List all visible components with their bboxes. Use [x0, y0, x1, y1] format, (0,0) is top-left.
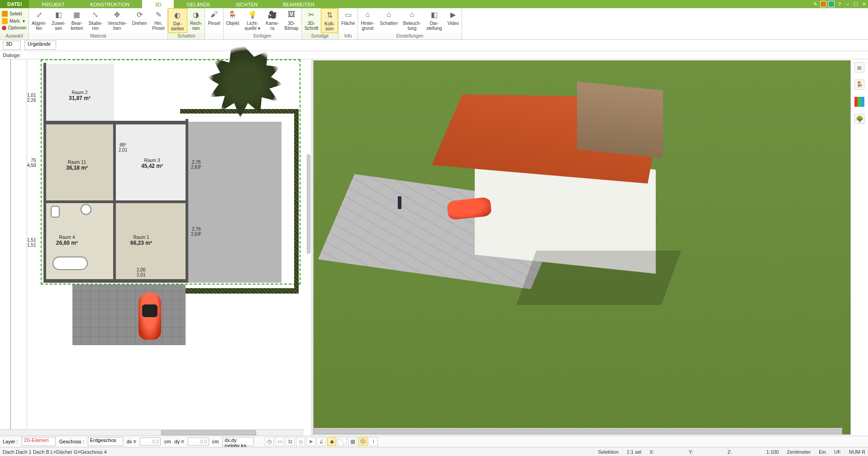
- menu-tab-datei[interactable]: DATEI: [0, 0, 29, 8]
- drehen-icon: ⟳: [134, 9, 145, 20]
- pen-icon[interactable]: ✎: [811, 0, 819, 8]
- kollision-button[interactable]: ⇅Kolli- sion: [321, 8, 338, 33]
- flaeche-button[interactable]: ▭Fläche: [339, 8, 358, 33]
- kollision-label: Kolli- sion: [324, 21, 334, 31]
- grid-dots-toggle[interactable]: ⋱: [338, 437, 347, 446]
- grid-toggle[interactable]: ▦: [348, 437, 357, 446]
- darstellung-button[interactable]: ◧Dar- stellung: [424, 8, 444, 33]
- overlap-toggle[interactable]: ⧉: [286, 437, 295, 446]
- verschieben-label: Verschie- ben: [108, 21, 127, 31]
- status-left: Dach Dach 1 Dach B L=Dächer G=Geschoss 4: [3, 449, 107, 455]
- window-buttons: ✎ ? – ☐ ✕: [811, 0, 868, 8]
- materials-icon[interactable]: [854, 97, 864, 107]
- menu-tab-konstruktion[interactable]: KONSTRUKTION: [77, 0, 142, 8]
- status-num: NUM R: [849, 449, 865, 455]
- terrain-select[interactable]: Urgelände: [24, 41, 56, 50]
- skalieren-button[interactable]: ⤡Skalie- ren: [86, 8, 105, 33]
- menu-tab-projekt[interactable]: PROJEKT: [29, 0, 77, 8]
- square-orange-icon[interactable]: [819, 0, 827, 8]
- menu-tab-3d[interactable]: 3D: [142, 0, 174, 8]
- beleuchtung-icon: ⌂: [406, 9, 417, 20]
- ribbon-group-auswahl: Selekt Mark.▾ Optionen Auswahl: [0, 8, 29, 39]
- kamera-button[interactable]: 🎥Kame- ra: [263, 8, 281, 33]
- 3d-view[interactable]: [313, 60, 851, 435]
- view-mode-select[interactable]: 3D: [3, 41, 21, 50]
- ribbon-group-label: Einfügen: [224, 33, 301, 39]
- video-button[interactable]: ▶Video: [445, 8, 462, 33]
- ribbon-group-label: Schatten: [168, 33, 205, 39]
- darstellung-icon: ◧: [429, 9, 439, 20]
- hintergrund-button[interactable]: ⌂Hinter- grund: [358, 8, 377, 33]
- rechnen-button[interactable]: ◑Rech- nen: [187, 8, 205, 33]
- menu-tab-sichten[interactable]: SICHTEN: [223, 0, 270, 8]
- ribbon-group-einstellungen: ⌂Hinter- grund⌂Schatten⌂Beleuch- tung◧Da…: [358, 8, 462, 39]
- room-label: Raum 426,60 m²: [56, 235, 78, 246]
- toilet-icon: [51, 206, 60, 218]
- layers-icon[interactable]: ≣: [854, 62, 864, 72]
- video-label: Video: [448, 21, 459, 26]
- square-green-icon[interactable]: [827, 0, 835, 8]
- schatten-set-label: Schatten: [380, 21, 397, 26]
- info-toggle[interactable]: i: [369, 437, 378, 446]
- ribbon-group-material: ⤢Abgrei- fen◧Zuwei- sen▦Bear- beiten⤡Ska…: [29, 8, 168, 39]
- beleuchtung-button[interactable]: ⌂Beleuch- tung: [401, 8, 424, 33]
- room-label: Raum 1136,18 m²: [66, 160, 88, 171]
- objekt-button[interactable]: 🪑Objekt: [224, 8, 242, 33]
- plan-hscroll[interactable]: [0, 429, 304, 436]
- dx-input[interactable]: [140, 437, 161, 446]
- ribbon-group-x: 🖌Pinsel: [205, 8, 223, 39]
- clock-toggle[interactable]: ◷: [265, 437, 274, 446]
- pane-splitter[interactable]: [307, 154, 310, 254]
- schatten-set-button[interactable]: ⌂Schatten: [377, 8, 400, 33]
- close-button[interactable]: ✕: [860, 0, 868, 8]
- options-tool[interactable]: Optionen: [2, 25, 27, 30]
- status-ein: Ein: [819, 449, 826, 455]
- room-label: Raum 231,87 m²: [69, 90, 91, 101]
- furniture-icon[interactable]: 🪑: [854, 80, 864, 90]
- 3d-hscroll[interactable]: [314, 428, 842, 434]
- hin-pinsel-button[interactable]: ✎Hin. Pinsel: [150, 8, 167, 33]
- objekt-icon: 🪑: [227, 9, 238, 20]
- arrow-toggle[interactable]: ➤: [306, 437, 315, 446]
- lichtquelle-button[interactable]: 💡Licht- quelle ▾: [242, 8, 263, 33]
- tree-tool-icon[interactable]: 🌳: [854, 114, 864, 124]
- status-z: Z:: [727, 449, 732, 455]
- snap-blue-toggle[interactable]: ◆: [327, 437, 336, 446]
- dx-label: dx =: [127, 439, 136, 444]
- zuweisen-button[interactable]: ◧Zuwei- sen: [49, 8, 68, 33]
- beleuchtung-label: Beleuch- tung: [403, 21, 421, 31]
- verschieben-button[interactable]: ✥Verschie- ben: [105, 8, 129, 33]
- dy-input[interactable]: [188, 437, 209, 446]
- floor-label: Geschoss :: [59, 439, 84, 444]
- skalieren-label: Skalie- ren: [89, 21, 103, 31]
- bearbeiten-button[interactable]: ▦Bear- beiten: [68, 8, 86, 33]
- diamond-toggle[interactable]: ◇: [296, 437, 305, 446]
- help-icon[interactable]: ?: [835, 0, 844, 8]
- mark-tool[interactable]: Mark.▾: [2, 18, 27, 24]
- hin-pinsel-label: Hin. Pinsel: [153, 21, 165, 31]
- minimize-button[interactable]: –: [844, 0, 852, 8]
- abgreifen-icon: ⤢: [33, 9, 44, 20]
- floor-select[interactable]: Erdgeschos: [88, 437, 123, 446]
- menu-tab-bearbeiten[interactable]: BEARBEITEN: [270, 0, 327, 8]
- lichtquelle-label: Licht- quelle ▾: [245, 21, 260, 31]
- hintergrund-label: Hinter- grund: [361, 21, 374, 31]
- ribbon-group-einfügen: 🪑Objekt💡Licht- quelle ▾🎥Kame- ra🖼3D- Bit…: [224, 8, 302, 39]
- angle-toggle[interactable]: ∠: [317, 437, 326, 446]
- abgreifen-button[interactable]: ⤢Abgrei- fen: [29, 8, 49, 33]
- select-tool[interactable]: Selekt: [2, 11, 27, 17]
- menu-tab-gelaende[interactable]: GELÄNDE: [174, 0, 223, 8]
- maximize-button[interactable]: ☐: [852, 0, 860, 8]
- 3d-bitmap-button[interactable]: 🖼3D- Bitmap: [282, 8, 301, 33]
- darstellung-label: Dar- stellung: [426, 21, 442, 31]
- ribbon-group-label: Auswahl: [0, 33, 29, 39]
- plan-view[interactable]: 1,01 2,2675 4,501,51 1,51 Raum 231,87: [0, 59, 312, 436]
- layer-select[interactable]: 2D-Elemen: [22, 437, 56, 446]
- north-toggle[interactable]: Ⓝ: [358, 437, 367, 446]
- coord-desc[interactable]: dx,dy (relativ ka: [222, 437, 254, 446]
- darstellen-button[interactable]: ◐Dar- stellen: [168, 8, 187, 33]
- drehen-button[interactable]: ⟳Drehen: [129, 8, 150, 33]
- pinsel-button[interactable]: 🖌Pinsel: [205, 8, 223, 33]
- 3d-schnitt-button[interactable]: ✂3D- Schnitt: [302, 8, 321, 33]
- monitor-toggle[interactable]: ▭: [275, 437, 284, 446]
